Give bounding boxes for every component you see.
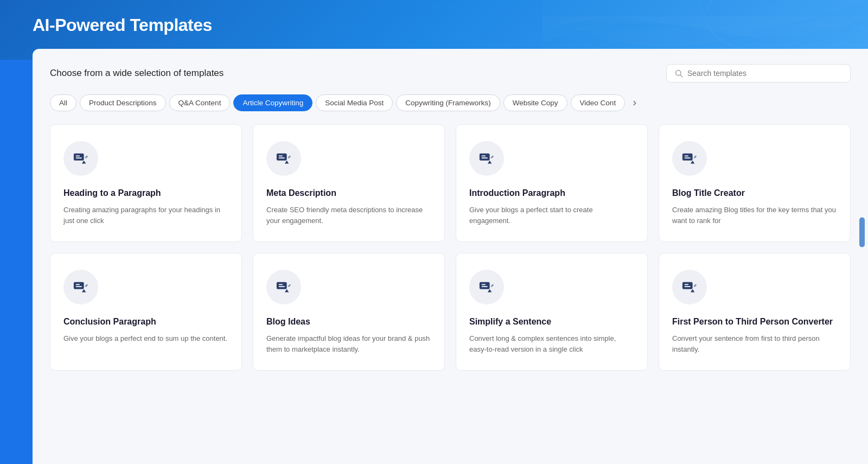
svg-rect-25 <box>482 286 488 287</box>
svg-rect-27 <box>685 284 689 285</box>
card-blog-title-creator-title: Blog Title Creator <box>672 188 837 199</box>
card-simplify-sentence-desc: Convert long & complex sentences into si… <box>469 333 634 355</box>
copywriting-icon-7 <box>478 279 495 295</box>
search-icon <box>674 69 683 78</box>
page-title: AI-Powered Templates <box>33 15 212 35</box>
svg-rect-26 <box>682 282 693 289</box>
tab-product-descriptions[interactable]: Product Descriptions <box>80 94 166 111</box>
card-icon-first-third-person <box>672 270 707 304</box>
svg-rect-24 <box>482 284 486 285</box>
svg-rect-22 <box>279 286 285 287</box>
svg-line-4 <box>680 75 682 77</box>
svg-rect-12 <box>482 155 486 156</box>
copywriting-icon-2 <box>276 150 292 167</box>
cards-row-2: Conclusion Paragraph Give your blogs a p… <box>50 253 851 371</box>
card-meta-description-desc: Create SEO friendly meta descriptions to… <box>266 205 431 226</box>
tab-all[interactable]: All <box>50 94 76 111</box>
card-heading-paragraph-title: Heading to a Paragraph <box>63 188 228 199</box>
tab-video-content[interactable]: Video Cont <box>571 94 626 111</box>
copywriting-icon-5 <box>73 279 89 295</box>
svg-rect-15 <box>685 155 689 156</box>
cards-row-1: Heading to a Paragraph Creating amazing … <box>50 124 851 242</box>
svg-rect-13 <box>482 157 488 158</box>
card-conclusion-paragraph-title: Conclusion Paragraph <box>63 316 228 328</box>
tabs-bar: All Product Descriptions Q&A Content Art… <box>50 94 851 111</box>
card-icon-introduction-paragraph <box>469 141 504 176</box>
svg-rect-10 <box>279 157 285 158</box>
main-panel: Choose from a wide selection of template… <box>33 49 868 464</box>
card-icon-meta-description <box>266 141 301 176</box>
svg-rect-18 <box>76 284 80 285</box>
svg-rect-14 <box>682 154 693 161</box>
card-heading-paragraph-desc: Creating amazing paragraphs for your hea… <box>63 205 228 226</box>
copywriting-icon-4 <box>681 150 698 167</box>
card-first-third-person[interactable]: First Person to Third Person Converter C… <box>659 253 851 371</box>
card-introduction-paragraph-desc: Give your blogs a perfect start to creat… <box>469 205 634 226</box>
svg-rect-9 <box>279 155 283 156</box>
svg-rect-17 <box>74 282 84 289</box>
svg-rect-16 <box>685 157 691 158</box>
tab-copywriting-frameworks[interactable]: Copywriting (Frameworks) <box>396 94 500 111</box>
card-first-third-person-desc: Convert your sentence from first to thir… <box>672 333 837 355</box>
card-simplify-sentence[interactable]: Simplify a Sentence Convert long & compl… <box>456 253 648 371</box>
card-meta-description-title: Meta Description <box>266 188 431 199</box>
tab-article-copywriting[interactable]: Article Copywriting <box>233 94 312 111</box>
svg-rect-23 <box>480 282 490 289</box>
card-blog-ideas-desc: Generate impactful blog ideas for your b… <box>266 333 431 355</box>
card-icon-heading-paragraph <box>63 141 98 176</box>
svg-rect-28 <box>685 286 691 287</box>
search-box[interactable] <box>666 64 851 82</box>
svg-rect-21 <box>279 284 283 285</box>
row-spacer <box>50 242 851 253</box>
scroll-indicator[interactable] <box>859 217 865 247</box>
card-meta-description[interactable]: Meta Description Create SEO friendly met… <box>253 124 445 242</box>
card-blog-title-creator[interactable]: Blog Title Creator Create amazing Blog t… <box>659 124 851 242</box>
card-icon-conclusion-paragraph <box>63 270 98 304</box>
card-blog-title-creator-desc: Create amazing Blog titles for the key t… <box>672 205 837 226</box>
card-introduction-paragraph[interactable]: Introduction Paragraph Give your blogs a… <box>456 124 648 242</box>
card-conclusion-paragraph-desc: Give your blogs a perfect end to sum up … <box>63 333 228 344</box>
svg-rect-7 <box>76 157 82 158</box>
copywriting-icon <box>73 150 89 167</box>
svg-rect-5 <box>74 154 84 161</box>
card-heading-paragraph[interactable]: Heading to a Paragraph Creating amazing … <box>50 124 242 242</box>
top-bar: Choose from a wide selection of template… <box>50 64 851 82</box>
svg-rect-8 <box>277 154 287 161</box>
search-input[interactable] <box>687 69 843 78</box>
card-icon-simplify-sentence <box>469 270 504 304</box>
copywriting-icon-3 <box>478 150 495 167</box>
tab-website-copy[interactable]: Website Copy <box>503 94 567 111</box>
svg-rect-11 <box>480 154 490 161</box>
svg-rect-20 <box>277 282 287 289</box>
card-icon-blog-title-creator <box>672 141 707 176</box>
svg-rect-19 <box>76 286 82 287</box>
tab-qa-content[interactable]: Q&A Content <box>169 94 231 111</box>
svg-rect-6 <box>76 155 80 156</box>
card-simplify-sentence-title: Simplify a Sentence <box>469 316 634 328</box>
tabs-scroll-right[interactable] <box>628 97 641 110</box>
card-introduction-paragraph-title: Introduction Paragraph <box>469 188 634 199</box>
card-conclusion-paragraph[interactable]: Conclusion Paragraph Give your blogs a p… <box>50 253 242 371</box>
card-blog-ideas-title: Blog Ideas <box>266 316 431 328</box>
copywriting-icon-6 <box>276 279 292 295</box>
card-first-third-person-title: First Person to Third Person Converter <box>672 316 837 328</box>
tab-social-media-post[interactable]: Social Media Post <box>316 94 393 111</box>
section-subtitle: Choose from a wide selection of template… <box>50 68 224 79</box>
card-blog-ideas[interactable]: Blog Ideas Generate impactful blog ideas… <box>253 253 445 371</box>
copywriting-icon-8 <box>681 279 698 295</box>
card-icon-blog-ideas <box>266 270 301 304</box>
